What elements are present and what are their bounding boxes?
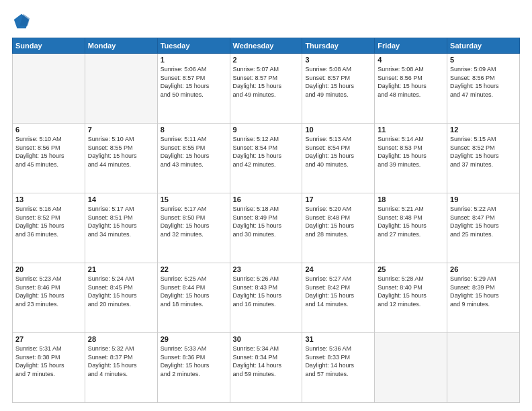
calendar-header-sunday: Sunday: [13, 38, 85, 54]
calendar-cell: 21Sunrise: 5:24 AM Sunset: 8:45 PM Dayli…: [85, 263, 157, 333]
calendar-week-3: 13Sunrise: 5:16 AM Sunset: 8:52 PM Dayli…: [13, 193, 520, 263]
day-number: 8: [161, 126, 227, 134]
calendar-cell: 7Sunrise: 5:10 AM Sunset: 8:55 PM Daylig…: [85, 124, 157, 193]
day-number: 23: [233, 265, 300, 273]
calendar-cell: [13, 54, 85, 124]
calendar-header-saturday: Saturday: [447, 38, 520, 54]
calendar-cell: 30Sunrise: 5:34 AM Sunset: 8:34 PM Dayli…: [230, 333, 302, 403]
day-number: 22: [161, 265, 227, 273]
logo: [12, 12, 34, 31]
day-number: 26: [450, 265, 517, 273]
calendar-cell: 18Sunrise: 5:21 AM Sunset: 8:48 PM Dayli…: [375, 193, 447, 263]
calendar-cell: 8Sunrise: 5:11 AM Sunset: 8:55 PM Daylig…: [157, 124, 230, 193]
calendar-cell: 29Sunrise: 5:33 AM Sunset: 8:36 PM Dayli…: [157, 333, 230, 403]
day-number: 11: [378, 126, 444, 134]
day-info: Sunrise: 5:24 AM Sunset: 8:45 PM Dayligh…: [88, 275, 154, 308]
calendar-cell: 22Sunrise: 5:25 AM Sunset: 8:44 PM Dayli…: [157, 263, 230, 333]
day-number: 1: [161, 56, 227, 64]
day-info: Sunrise: 5:17 AM Sunset: 8:51 PM Dayligh…: [88, 205, 154, 238]
day-number: 12: [450, 126, 517, 134]
calendar-header-friday: Friday: [375, 38, 447, 54]
day-info: Sunrise: 5:08 AM Sunset: 8:56 PM Dayligh…: [378, 65, 444, 99]
calendar-cell: 31Sunrise: 5:36 AM Sunset: 8:33 PM Dayli…: [302, 333, 375, 403]
day-number: 31: [305, 335, 371, 343]
calendar-cell: 20Sunrise: 5:23 AM Sunset: 8:46 PM Dayli…: [13, 263, 85, 333]
day-info: Sunrise: 5:10 AM Sunset: 8:55 PM Dayligh…: [88, 135, 154, 169]
day-info: Sunrise: 5:33 AM Sunset: 8:36 PM Dayligh…: [161, 345, 227, 378]
calendar-week-1: 1Sunrise: 5:06 AM Sunset: 8:57 PM Daylig…: [13, 54, 520, 124]
calendar-header-monday: Monday: [85, 38, 157, 54]
calendar-cell: [375, 333, 447, 403]
day-info: Sunrise: 5:13 AM Sunset: 8:54 PM Dayligh…: [305, 135, 371, 169]
page: SundayMondayTuesdayWednesdayThursdayFrid…: [0, 0, 532, 411]
calendar-header-row: SundayMondayTuesdayWednesdayThursdayFrid…: [13, 38, 520, 54]
calendar-cell: 9Sunrise: 5:12 AM Sunset: 8:54 PM Daylig…: [230, 124, 302, 193]
calendar-week-5: 27Sunrise: 5:31 AM Sunset: 8:38 PM Dayli…: [13, 333, 520, 403]
day-number: 16: [233, 195, 300, 203]
day-number: 20: [15, 265, 82, 273]
day-number: 29: [161, 335, 227, 343]
calendar-cell: 3Sunrise: 5:08 AM Sunset: 8:57 PM Daylig…: [302, 54, 375, 124]
calendar-cell: 14Sunrise: 5:17 AM Sunset: 8:51 PM Dayli…: [85, 193, 157, 263]
calendar-header-thursday: Thursday: [302, 38, 375, 54]
header: [12, 12, 520, 31]
day-info: Sunrise: 5:29 AM Sunset: 8:39 PM Dayligh…: [450, 275, 517, 308]
day-info: Sunrise: 5:31 AM Sunset: 8:38 PM Dayligh…: [15, 345, 82, 378]
day-number: 13: [15, 195, 82, 203]
calendar-cell: 12Sunrise: 5:15 AM Sunset: 8:52 PM Dayli…: [447, 124, 520, 193]
calendar-cell: 15Sunrise: 5:17 AM Sunset: 8:50 PM Dayli…: [157, 193, 230, 263]
day-number: 25: [378, 265, 444, 273]
calendar-cell: 4Sunrise: 5:08 AM Sunset: 8:56 PM Daylig…: [375, 54, 447, 124]
calendar-cell: 17Sunrise: 5:20 AM Sunset: 8:48 PM Dayli…: [302, 193, 375, 263]
calendar-cell: 25Sunrise: 5:28 AM Sunset: 8:40 PM Dayli…: [375, 263, 447, 333]
day-number: 28: [88, 335, 154, 343]
day-number: 9: [233, 126, 300, 134]
day-number: 10: [305, 126, 371, 134]
day-info: Sunrise: 5:14 AM Sunset: 8:53 PM Dayligh…: [378, 135, 444, 169]
day-number: 27: [15, 335, 82, 343]
calendar-cell: 19Sunrise: 5:22 AM Sunset: 8:47 PM Dayli…: [447, 193, 520, 263]
day-info: Sunrise: 5:32 AM Sunset: 8:37 PM Dayligh…: [88, 345, 154, 378]
day-info: Sunrise: 5:18 AM Sunset: 8:49 PM Dayligh…: [233, 205, 300, 238]
calendar-cell: 24Sunrise: 5:27 AM Sunset: 8:42 PM Dayli…: [302, 263, 375, 333]
day-number: 4: [378, 56, 444, 64]
day-info: Sunrise: 5:21 AM Sunset: 8:48 PM Dayligh…: [378, 205, 444, 238]
day-info: Sunrise: 5:09 AM Sunset: 8:56 PM Dayligh…: [450, 65, 517, 99]
calendar-header-tuesday: Tuesday: [157, 38, 230, 54]
day-info: Sunrise: 5:20 AM Sunset: 8:48 PM Dayligh…: [305, 205, 371, 238]
calendar-week-2: 6Sunrise: 5:10 AM Sunset: 8:56 PM Daylig…: [13, 124, 520, 193]
day-number: 30: [233, 335, 300, 343]
day-info: Sunrise: 5:27 AM Sunset: 8:42 PM Dayligh…: [305, 275, 371, 308]
calendar-cell: 28Sunrise: 5:32 AM Sunset: 8:37 PM Dayli…: [85, 333, 157, 403]
day-info: Sunrise: 5:26 AM Sunset: 8:43 PM Dayligh…: [233, 275, 300, 308]
day-number: 7: [88, 126, 154, 134]
day-info: Sunrise: 5:23 AM Sunset: 8:46 PM Dayligh…: [15, 275, 82, 308]
calendar-cell: [447, 333, 520, 403]
day-number: 3: [305, 56, 371, 64]
day-info: Sunrise: 5:36 AM Sunset: 8:33 PM Dayligh…: [305, 345, 371, 378]
calendar-cell: 10Sunrise: 5:13 AM Sunset: 8:54 PM Dayli…: [302, 124, 375, 193]
calendar-cell: 13Sunrise: 5:16 AM Sunset: 8:52 PM Dayli…: [13, 193, 85, 263]
day-info: Sunrise: 5:11 AM Sunset: 8:55 PM Dayligh…: [161, 135, 227, 169]
day-info: Sunrise: 5:12 AM Sunset: 8:54 PM Dayligh…: [233, 135, 300, 169]
day-number: 6: [15, 126, 82, 134]
calendar-cell: [85, 54, 157, 124]
day-number: 5: [450, 56, 517, 64]
day-number: 19: [450, 195, 517, 203]
calendar-cell: 16Sunrise: 5:18 AM Sunset: 8:49 PM Dayli…: [230, 193, 302, 263]
day-number: 14: [88, 195, 154, 203]
day-info: Sunrise: 5:16 AM Sunset: 8:52 PM Dayligh…: [15, 205, 82, 238]
calendar-week-4: 20Sunrise: 5:23 AM Sunset: 8:46 PM Dayli…: [13, 263, 520, 333]
day-info: Sunrise: 5:15 AM Sunset: 8:52 PM Dayligh…: [450, 135, 517, 169]
calendar-cell: 2Sunrise: 5:07 AM Sunset: 8:57 PM Daylig…: [230, 54, 302, 124]
day-info: Sunrise: 5:28 AM Sunset: 8:40 PM Dayligh…: [378, 275, 444, 308]
calendar-cell: 23Sunrise: 5:26 AM Sunset: 8:43 PM Dayli…: [230, 263, 302, 333]
calendar: SundayMondayTuesdayWednesdayThursdayFrid…: [12, 38, 520, 403]
day-number: 17: [305, 195, 371, 203]
day-number: 18: [378, 195, 444, 203]
calendar-cell: 11Sunrise: 5:14 AM Sunset: 8:53 PM Dayli…: [375, 124, 447, 193]
day-info: Sunrise: 5:10 AM Sunset: 8:56 PM Dayligh…: [15, 135, 82, 169]
day-number: 24: [305, 265, 371, 273]
day-number: 2: [233, 56, 300, 64]
calendar-cell: 6Sunrise: 5:10 AM Sunset: 8:56 PM Daylig…: [13, 124, 85, 193]
